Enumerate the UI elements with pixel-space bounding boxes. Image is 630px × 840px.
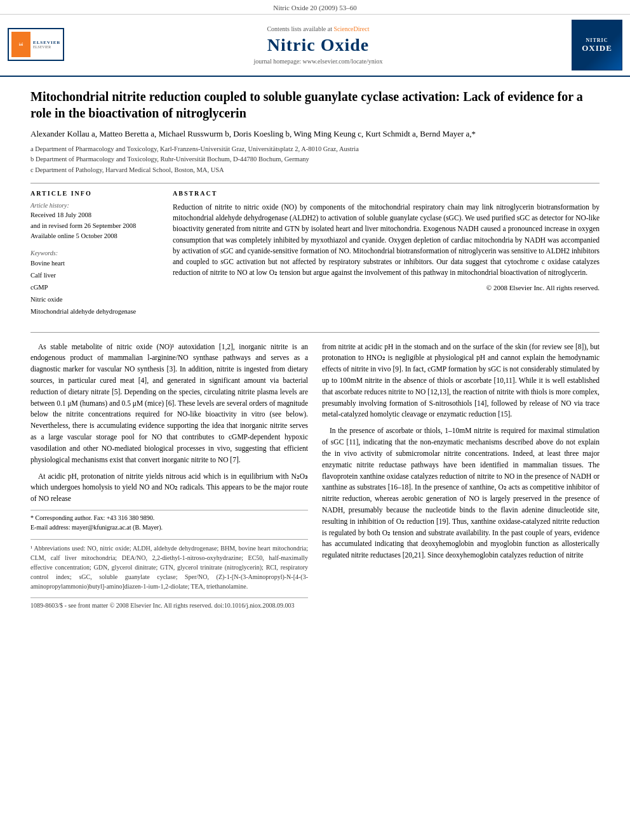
elsevier-logo-area: E ELSEVIER ELSEVIER <box>8 28 77 62</box>
affiliation-a: a Department of Pharmacology and Toxicol… <box>30 144 600 154</box>
keyword-1: Calf liver <box>30 270 158 282</box>
revised-date: and in revised form 26 September 2008 <box>30 221 158 232</box>
divider-body <box>30 332 600 333</box>
corresp-email: E-mail address: mayer@kfunigraz.ac.at (B… <box>30 523 308 533</box>
journal-title-area: Contents lists available at ScienceDirec… <box>77 25 559 65</box>
keyword-2: cGMP <box>30 282 158 294</box>
body-col-2: from nitrite at acidic pH in the stomach… <box>322 342 600 611</box>
body-para-1: As stable metabolite of nitric oxide (NO… <box>30 342 308 466</box>
journal-logo-box-area: NITRIC OXIDE <box>559 20 622 70</box>
abstract-col: ABSTRACT Reduction of nitrite to nitric … <box>173 190 600 326</box>
body-para-col2-1: from nitrite at acidic pH in the stomach… <box>322 342 600 421</box>
journal-homepage: journal homepage: www.elsevier.com/locat… <box>77 58 559 65</box>
divider-top <box>30 183 600 183</box>
article-info-label: ARTICLE INFO <box>30 190 158 197</box>
abstract-text: Reduction of nitrite to nitric oxide (NO… <box>173 202 600 279</box>
history-label: Article history: <box>30 202 158 209</box>
corresp-fax: * Corresponding author. Fax: +43 316 380… <box>30 513 308 523</box>
abbreviations-footnote: ¹ Abbreviations used: NO, nitric oxide; … <box>30 539 308 591</box>
doi-footer: 1089-8603/$ - see front matter © 2008 El… <box>30 597 308 611</box>
abstract-copyright: © 2008 Elsevier Inc. All rights reserved… <box>173 284 600 291</box>
affiliation-b: b Department of Pharmacology and Toxicol… <box>30 154 600 164</box>
elsevier-text: ELSEVIER <box>33 40 60 45</box>
elsevier-subtext: ELSEVIER <box>33 45 60 49</box>
affiliation-c: c Department of Pathology, Harvard Medic… <box>30 165 600 175</box>
journal-name: Nitric Oxide <box>77 35 559 55</box>
keywords-block: Keywords: Bovine heart Calf liver cGMP N… <box>30 250 158 317</box>
article-history: Article history: Received 18 July 2008 a… <box>30 202 158 242</box>
corresponding-author-note: * Corresponding author. Fax: +43 316 380… <box>30 510 308 533</box>
sciencedirect-link[interactable]: ScienceDirect <box>333 25 369 32</box>
article-info-abstract: ARTICLE INFO Article history: Received 1… <box>30 190 600 326</box>
keywords-label: Keywords: <box>30 250 158 257</box>
keywords-list: Bovine heart Calf liver cGMP Nitric oxid… <box>30 258 158 317</box>
keyword-4: Mitochondrial aldehyde dehydrogenase <box>30 306 158 318</box>
keyword-0: Bovine heart <box>30 258 158 270</box>
abbrev-text: ¹ Abbreviations used: NO, nitric oxide; … <box>30 543 308 591</box>
journal-banner: E ELSEVIER ELSEVIER Contents lists avail… <box>0 15 630 77</box>
body-col-1: As stable metabolite of nitric oxide (NO… <box>30 342 308 611</box>
authors: Alexander Kollau a, Matteo Beretta a, Mi… <box>30 128 600 140</box>
affiliations: a Department of Pharmacology and Toxicol… <box>30 144 600 175</box>
journal-logo: NITRIC OXIDE <box>572 20 622 70</box>
article-info-col: ARTICLE INFO Article history: Received 1… <box>30 190 158 326</box>
article-title: Mitochondrial nitrite reduction coupled … <box>30 88 600 121</box>
available-date: Available online 5 October 2008 <box>30 231 158 242</box>
body-para-col2-2: In the presence of ascorbate or thiols, … <box>322 425 600 561</box>
main-content: Mitochondrial nitrite reduction coupled … <box>0 77 630 622</box>
abstract-label: ABSTRACT <box>173 190 600 197</box>
received-date: Received 18 July 2008 <box>30 210 158 221</box>
journal-citation: Nitric Oxide 20 (2009) 53–60 <box>0 0 630 15</box>
sciencedirect-label: Contents lists available at ScienceDirec… <box>77 25 559 32</box>
keyword-3: Nitric oxide <box>30 294 158 306</box>
body-para-2: At acidic pH, protonation of nitrite yie… <box>30 471 308 505</box>
body-text: As stable metabolite of nitric oxide (NO… <box>30 342 600 611</box>
